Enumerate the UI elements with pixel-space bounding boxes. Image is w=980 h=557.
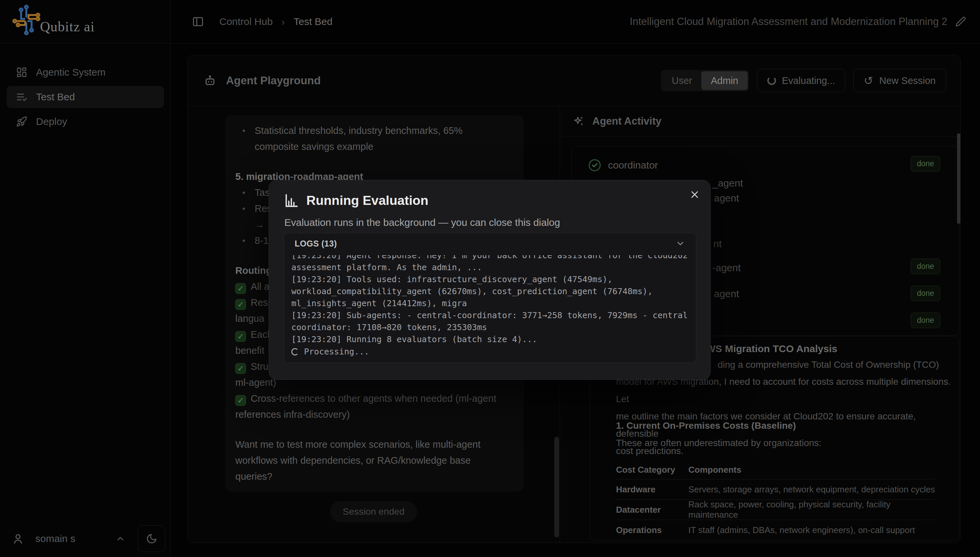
table-cell-components: Rack space, power, cooling, physical sec…	[688, 499, 936, 520]
sidebar-item-agentic-system[interactable]: Agentic System	[7, 61, 164, 83]
chat-line: Want me to test more complex scenarios, …	[235, 436, 514, 453]
spinner-icon	[767, 76, 776, 85]
log-line: workload_compatibility_agent (62670ms), …	[291, 285, 689, 298]
check-emoji-icon: ✓	[235, 395, 246, 406]
chat-scrollbar[interactable]	[554, 437, 559, 537]
mode-toggle: User Admin	[661, 70, 748, 91]
table-cell-components: Components	[688, 465, 741, 475]
chat-line: references infra-discovery)	[235, 406, 514, 422]
tco-heading: AWS Migration TCO Analysis	[700, 343, 837, 355]
chat-line	[235, 422, 514, 436]
chat-line: Statistical thresholds, industry benchma…	[235, 122, 514, 138]
new-session-button[interactable]: ↺ New Session	[853, 69, 946, 92]
log-line: assessment platform. As the admin, ...	[291, 262, 689, 274]
check-circle-icon	[587, 158, 602, 173]
sidebar-nav: Agentic System Test Bed	[0, 59, 171, 135]
processing-row: Processing...	[291, 347, 689, 357]
list-check-icon	[16, 91, 27, 103]
tco-section-heading: 1. Current On-Premises Costs (Baseline)	[616, 420, 796, 431]
robot-icon	[203, 74, 217, 87]
table-row: HardwareServers, storage arrays, network…	[616, 479, 936, 499]
mode-user-option[interactable]: User	[662, 71, 701, 90]
check-emoji-icon: ✓	[235, 331, 246, 342]
user-name: somain s	[35, 533, 75, 544]
top-header: Control Hub › Test Bed Intelligent Cloud…	[171, 0, 980, 44]
sidebar-item-label: Deploy	[36, 116, 67, 127]
evaluating-label: Evaluating...	[782, 75, 835, 86]
table-header-row: Cost CategoryComponents	[616, 460, 936, 479]
status-badge: done	[911, 156, 940, 171]
agent-row-fragment: _agent	[713, 178, 743, 189]
breadcrumb-separator: ›	[281, 16, 285, 28]
sidebar: Qubitz ai Agentic System Test Bed	[0, 0, 171, 557]
dashboard-icon	[16, 67, 27, 78]
log-line: [19:23:20] Tools used: infrastructure_di…	[291, 274, 689, 285]
panel-left-icon[interactable]	[192, 16, 204, 28]
running-evaluation-dialog: Running Evaluation Evaluation runs in th…	[269, 180, 711, 380]
agent-row-fragment: agent	[714, 192, 739, 204]
tco-section-intro: These are often underestimated by organi…	[616, 438, 821, 448]
log-lines: [19:23:20] Agent response: Hey! I'm your…	[291, 255, 689, 345]
breadcrumb-test-bed: Test Bed	[294, 16, 333, 27]
table-cell-category: Datacenter	[616, 505, 688, 515]
spinner-icon	[291, 348, 298, 355]
agent-activity-scrollbar[interactable]	[957, 133, 960, 224]
processing-label: Processing...	[304, 347, 369, 357]
brand-name: Qubitz ai	[40, 19, 95, 35]
evaluating-button[interactable]: Evaluating...	[757, 69, 846, 92]
agent-row-fragment: -agent	[713, 262, 741, 274]
new-session-label: New Session	[879, 75, 936, 86]
check-emoji-icon: ✓	[235, 283, 246, 294]
agent-activity-title: Agent Activity	[592, 115, 661, 127]
chevron-down-icon	[675, 239, 685, 249]
agent-row-fragment: nt	[713, 238, 722, 249]
table-row: OperationsIT staff (admins, DBAs, networ…	[616, 520, 936, 540]
sidebar-item-label: Test Bed	[36, 91, 75, 103]
log-line: [19:23:20] Sub-agents: - central-coordin…	[291, 309, 689, 321]
chat-line: workflows with dependencies, or RAG/know…	[235, 453, 514, 468]
sidebar-item-label: Agentic System	[36, 67, 105, 78]
close-icon[interactable]	[689, 189, 700, 200]
cost-table: Cost CategoryComponentsHardwareServers, …	[616, 460, 936, 540]
mode-admin-option[interactable]: Admin	[701, 71, 747, 90]
playground-header: Agent Playground User Admin Evaluating..…	[188, 55, 960, 106]
session-title: Intelligent Cloud Migration Assessment a…	[629, 16, 947, 28]
logs-label: LOGS (13)	[295, 239, 337, 249]
chat-line: queries?	[235, 468, 514, 484]
chat-line	[235, 155, 514, 169]
dialog-title: Running Evaluation	[307, 193, 428, 208]
status-badge: done	[911, 313, 940, 328]
check-emoji-icon: ✓	[235, 299, 246, 310]
sidebar-item-deploy[interactable]: Deploy	[7, 111, 164, 133]
user-icon	[12, 533, 24, 545]
log-line: coordinator: 17108→820 tokens, 235303ms	[291, 321, 689, 334]
session-status-badge: Session ended	[330, 501, 417, 522]
check-emoji-icon: ✓	[235, 363, 246, 374]
rocket-icon	[16, 116, 27, 127]
log-line: ml_insights_agent (214412ms), migra	[291, 298, 689, 309]
user-menu[interactable]: somain s	[0, 524, 171, 554]
table-cell-category: Operations	[616, 525, 688, 535]
log-line: [19:23:20] Agent response: Hey! I'm your…	[291, 255, 689, 262]
breadcrumb-control-hub[interactable]: Control Hub	[219, 16, 273, 27]
refresh-icon: ↺	[864, 74, 873, 87]
sidebar-item-test-bed[interactable]: Test Bed	[7, 86, 164, 108]
chat-line: composite savings example	[235, 138, 514, 155]
dark-mode-toggle[interactable]	[138, 525, 165, 552]
status-badge: done	[911, 285, 940, 301]
chevron-up-icon	[115, 534, 126, 544]
chat-line: ✓Cross-references to other agents when n…	[235, 391, 514, 406]
edit-pencil-icon[interactable]	[956, 16, 966, 27]
table-row: DatacenterRack space, power, cooling, ph…	[616, 499, 936, 520]
table-cell-category: Hardware	[616, 484, 688, 495]
playground-title: Agent Playground	[226, 74, 321, 87]
agent-activity-header: Agent Activity	[560, 106, 960, 137]
log-scroll-area[interactable]: [19:23:20] Agent response: Hey! I'm your…	[291, 255, 689, 358]
agent-row-fragment: agent	[714, 288, 739, 300]
log-line: [19:23:20] Running 8 evaluators (batch s…	[291, 334, 689, 345]
tco-paragraph-fragment: ding a comprehensive Total Cost of Owner…	[717, 360, 939, 370]
logs-collapse-header[interactable]: LOGS (13)	[284, 233, 696, 254]
app-root: Qubitz ai Agentic System Test Bed	[0, 0, 980, 557]
sparkles-icon	[572, 115, 584, 127]
brand-header: Qubitz ai	[0, 0, 170, 43]
